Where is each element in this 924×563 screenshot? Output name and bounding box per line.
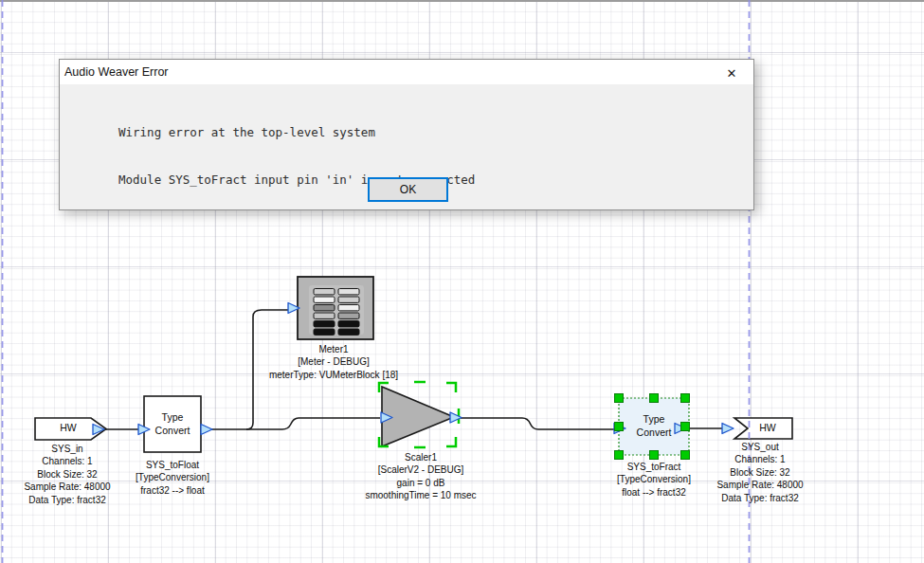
dialog-titlebar[interactable]: Audio Weaver Error ✕ — [60, 60, 753, 84]
sys-in-labels: SYS_in Channels: 1 Block Size: 32 Sample… — [24, 443, 110, 506]
node-name: Meter1 — [269, 343, 398, 355]
node-meter1[interactable] — [298, 277, 373, 339]
wire-scaler-to-tofract[interactable] — [461, 418, 616, 429]
tofloat-labels: SYS_toFloat [TypeConversion] fract32 -->… — [136, 459, 209, 497]
sys-out-input-pin[interactable] — [722, 424, 734, 434]
wire-tofloat-to-scaler[interactable] — [205, 418, 380, 429]
node-name: Scaler1 — [365, 451, 476, 463]
scaler-labels: Scaler1 [ScalerV2 - DEBUG] gain = 0 dB s… — [365, 451, 476, 502]
close-icon[interactable]: ✕ — [721, 64, 742, 82]
dialog-title: Audio Weaver Error — [64, 65, 169, 79]
tofloat-output-pin[interactable] — [201, 425, 212, 435]
schematic-canvas[interactable]: HW HW Type Convert Type Convert SYS_in C… — [0, 0, 924, 563]
meter-labels: Meter1 [Meter - DEBUG] meterType: VUMete… — [269, 343, 398, 381]
node-name: SYS_toFloat — [136, 459, 209, 471]
node-scaler1[interactable] — [382, 387, 454, 446]
ok-button[interactable]: OK — [368, 177, 448, 202]
tofract-block-title: Type Convert — [637, 413, 672, 439]
sys-in-hw-label: HW — [60, 422, 77, 433]
node-name: SYS_in — [24, 443, 110, 455]
sys-out-labels: SYS_out Channels: 1 Block Size: 32 Sampl… — [716, 441, 803, 504]
vu-meter-icon — [309, 285, 364, 335]
node-name: SYS_out — [716, 441, 803, 453]
error-dialog: Audio Weaver Error ✕ Wiring error at the… — [59, 59, 754, 210]
node-name: SYS_toFract — [617, 461, 691, 473]
tofract-labels: SYS_toFract [TypeConversion] float --> f… — [617, 461, 691, 499]
tofloat-block-title: Type Convert — [155, 411, 190, 437]
sys-out-hw-label: HW — [759, 422, 776, 433]
